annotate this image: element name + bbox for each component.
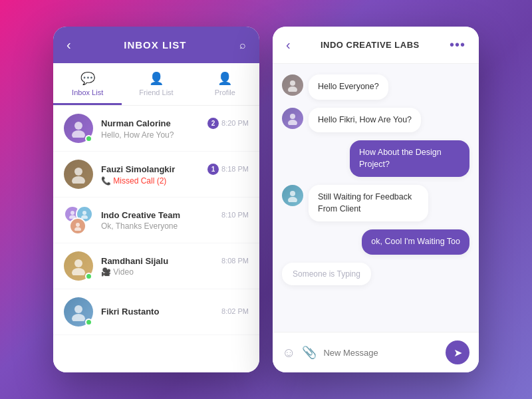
svg-point-6 [82,211,86,215]
message-input[interactable] [323,348,439,358]
friends-tab-icon: 👤 [149,71,164,86]
chat-panel: ‹ INDO CREATIVE LABS ••• Hello Everyone?… [273,27,479,372]
inbox-title: INBOX LIST [124,39,186,51]
name-row: Ramdhani Sijalu 8:08 PM [101,256,249,266]
message-time: 8:20 PM [221,119,249,127]
typing-indicator-row: Someone is Typing [282,263,469,285]
message-time: 8:10 PM [221,211,249,219]
avatar-wrap [64,251,93,281]
message-row: Hello Fikri, How Are You? [282,108,469,133]
name-row: Nurman Calorine 2 8:20 PM [101,118,249,129]
inbox-panel: ‹ INBOX LIST ⌕ 💬 Inbox List 👤 Friend Lis… [53,27,259,372]
avatar-wrap [64,114,93,143]
chat-header: ‹ INDO CREATIVE LABS ••• [273,27,479,64]
message-time: 8:02 PM [221,307,249,315]
list-item[interactable]: Nurman Calorine 2 8:20 PM Hello, How Are… [53,106,259,152]
svg-point-11 [72,268,85,275]
inbox-item-info: Fikri Rustanto 8:02 PM [101,307,249,318]
avatar [64,160,93,189]
message-bubble: ok, Cool I'm Waiting Too [362,229,469,255]
message-bubble: Still Waiting for Feedback From Client [309,185,428,221]
svg-point-9 [74,227,81,231]
svg-point-12 [74,305,82,313]
send-button[interactable]: ➤ [446,340,469,364]
list-item[interactable]: Fikri Rustanto 8:02 PM [53,289,259,335]
inbox-item-info: Indo Creative Team 8:10 PM Ok, Thanks Ev… [101,210,249,231]
typing-indicator: Someone is Typing [282,263,371,285]
online-indicator [85,135,92,142]
svg-point-8 [76,223,80,227]
group-avatar [64,205,93,235]
message-preview: Ok, Thanks Everyone [101,221,249,231]
name-row: Fauzi Simolangkir 1 8:18 PM [101,164,249,175]
svg-point-19 [288,197,297,202]
contact-name: Fauzi Simolangkir [101,164,175,174]
svg-point-1 [72,130,85,138]
message-preview: 📞 Missed Call (2) [101,176,249,186]
message-list: Hello Everyone? Hello Fikri, How Are You… [273,64,479,332]
inbox-item-info: Ramdhani Sijalu 8:08 PM 🎥 Video [101,256,249,277]
message-bubble: Hello Everyone? [309,74,388,100]
message-row: How About the Design Project? [282,140,469,177]
more-options-icon[interactable]: ••• [450,37,466,53]
chat-input-bar: ☺ 📎 ➤ [273,332,479,372]
svg-point-14 [290,80,295,86]
inbox-tab-label: Inbox List [72,88,103,96]
list-item[interactable]: Ramdhani Sijalu 8:08 PM 🎥 Video [53,243,259,289]
name-row: Fikri Rustanto 8:02 PM [101,307,249,317]
avatar-wrap [64,297,93,327]
svg-point-18 [290,191,295,196]
send-icon: ➤ [454,346,462,359]
message-row: Still Waiting for Feedback From Client [282,185,469,221]
svg-point-17 [288,120,297,125]
contact-name: Ramdhani Sijalu [101,256,168,266]
contact-name: Fikri Rustanto [101,307,159,317]
contact-name: Indo Creative Team [101,210,180,220]
inbox-item-info: Nurman Calorine 2 8:20 PM Hello, How Are… [101,118,249,140]
sender-avatar [282,108,303,129]
chat-title: INDO CREATIVE LABS [321,40,420,50]
message-bubble: How About the Design Project? [350,140,469,177]
tab-friends[interactable]: 👤 Friend List [122,63,190,105]
message-row: Hello Everyone? [282,74,469,100]
inbox-item-info: Fauzi Simolangkir 1 8:18 PM 📞 Missed Cal… [101,164,249,186]
tab-inbox[interactable]: 💬 Inbox List [53,63,122,105]
list-item[interactable]: Indo Creative Team 8:10 PM Ok, Thanks Ev… [53,198,259,243]
svg-point-2 [74,168,82,176]
contact-name: Nurman Calorine [101,118,171,128]
svg-point-13 [72,314,85,321]
unread-badge: 1 [207,164,219,175]
unread-badge: 2 [207,118,219,129]
chat-back-button[interactable]: ‹ [286,37,291,53]
emoji-button[interactable]: ☺ [282,345,295,360]
svg-point-10 [74,259,82,267]
inbox-list: Nurman Calorine 2 8:20 PM Hello, How Are… [53,106,259,372]
message-row: ok, Cool I'm Waiting Too [282,229,469,255]
online-indicator [85,273,92,280]
name-row: Indo Creative Team 8:10 PM [101,210,249,220]
svg-point-3 [72,176,85,184]
profile-tab-icon: 👤 [217,71,232,86]
attach-button[interactable]: 📎 [302,345,317,360]
avatar-wrap [64,160,93,189]
svg-point-0 [74,122,82,130]
friends-tab-label: Friend List [139,88,173,96]
sender-avatar [282,74,303,96]
sender-avatar [282,185,303,206]
inbox-back-button[interactable]: ‹ [66,37,71,53]
message-time: 8:18 PM [221,165,249,173]
svg-point-4 [70,211,74,215]
message-preview: Hello, How Are You? [101,130,249,140]
svg-point-16 [290,114,295,119]
message-preview: 🎥 Video [101,267,249,277]
search-icon[interactable]: ⌕ [239,39,246,51]
online-indicator [85,319,92,326]
inbox-header: ‹ INBOX LIST ⌕ [53,27,259,63]
list-item[interactable]: Fauzi Simolangkir 1 8:18 PM 📞 Missed Cal… [53,152,259,198]
message-time: 8:08 PM [221,257,249,265]
profile-tab-label: Profile [215,88,235,96]
inbox-tab-icon: 💬 [80,71,95,86]
tab-profile[interactable]: 👤 Profile [191,63,259,105]
svg-point-15 [288,86,297,92]
message-bubble: Hello Fikri, How Are You? [309,108,421,133]
